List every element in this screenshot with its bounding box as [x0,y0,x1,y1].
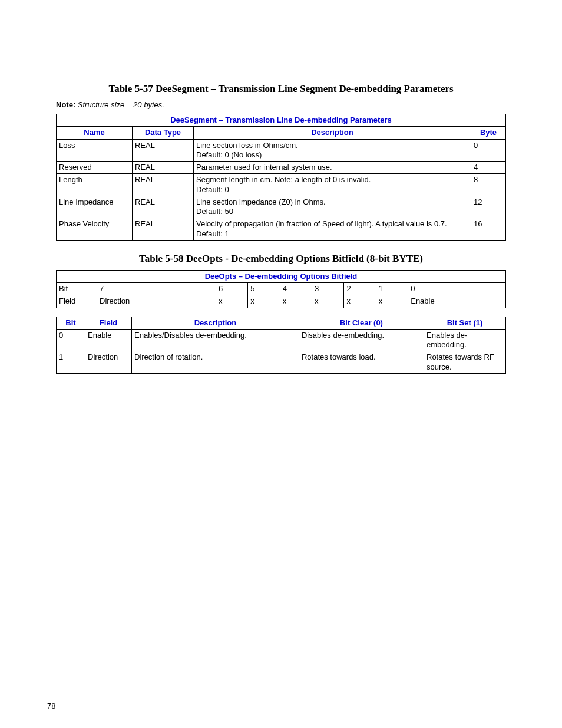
cell: Line Impedance [57,196,133,218]
cell: 4 [471,162,506,174]
table-row: Phase Velocity REAL Velocity of propagat… [57,218,506,241]
note-text: Structure size = 20 bytes. [75,100,164,109]
cell: Enable [408,295,506,308]
page: Table 5-57 DeeSegment – Transmission Lin… [0,0,562,728]
cell: Disables de-embedding. [299,329,424,351]
table-deeopts-bits: DeeOpts – De-embedding Options Bitfield … [56,270,506,308]
cell: 3 [312,283,344,295]
cell: x [216,295,247,308]
cell: Velocity of propagation (in fraction of … [194,218,471,241]
cell: Reserved [57,162,133,174]
cell: REAL [133,139,194,162]
cell: 6 [216,283,247,295]
cell: Segment length in cm. Note: a length of … [194,174,471,196]
table-row: Bit 7 6 5 4 3 2 1 0 [57,283,506,295]
note-label: Note: [56,100,75,109]
page-number: 78 [47,701,55,710]
cell: Line section impedance (Z0) in Ohms. Def… [194,196,471,218]
cell: REAL [133,162,194,174]
col-bitclear: Bit Clear (0) [299,317,424,329]
cell: Line section loss in Ohms/cm. Default: 0… [194,139,471,162]
cell: Loss [57,139,133,162]
cell: 12 [471,196,506,218]
table-caption-1: Table 5-57 DeeSegment – Transmission Lin… [62,83,500,95]
cell: Length [57,174,133,196]
col-description: Description [194,127,471,139]
cell: Rotates towards load. [299,351,424,374]
cell: Enables/Disables de-embedding. [132,329,299,351]
cell: 16 [471,218,506,241]
cell: 0 [408,283,506,295]
table-title: DeeSegment – Transmission Line De-embedd… [57,114,506,127]
col-byte: Byte [471,127,506,139]
cell: Enable [85,329,132,351]
cell: Enables de-embedding. [424,329,506,351]
col-description: Description [132,317,299,329]
cell: 7 [97,283,216,295]
cell: 0 [471,139,506,162]
cell: x [280,295,312,308]
cell: Direction [97,295,216,308]
cell: 2 [344,283,376,295]
cell: 5 [248,283,280,295]
col-datatype: Data Type [133,127,194,139]
note-line: Note: Structure size = 20 bytes. [56,100,506,109]
table-row: Loss REAL Line section loss in Ohms/cm. … [57,139,506,162]
cell: 0 [57,329,85,351]
cell: 4 [280,283,312,295]
cell: 8 [471,174,506,196]
cell: Parameter used for internal system use. [194,162,471,174]
table-row: Line Impedance REAL Line section impedan… [57,196,506,218]
cell: REAL [133,196,194,218]
cell: 1 [376,283,408,295]
table-row: Length REAL Segment length in cm. Note: … [57,174,506,196]
cell: REAL [133,174,194,196]
cell: x [312,295,344,308]
cell: 1 [57,351,85,374]
table-row: Field Direction x x x x x x Enable [57,295,506,308]
table-title: DeeOpts – De-embedding Options Bitfield [57,270,506,282]
col-name: Name [57,127,133,139]
col-bitset: Bit Set (1) [424,317,506,329]
cell: Direction of rotation. [132,351,299,374]
cell: x [248,295,280,308]
cell: x [376,295,408,308]
table-deeopts-desc: Bit Field Description Bit Clear (0) Bit … [56,317,506,374]
table-row: Reserved REAL Parameter used for interna… [57,162,506,174]
table-deesegment: DeeSegment – Transmission Line De-embedd… [56,114,506,241]
cell: x [344,295,376,308]
table-row: 1 Direction Direction of rotation. Rotat… [57,351,506,374]
cell: Direction [85,351,132,374]
cell: REAL [133,218,194,241]
col-field: Field [85,317,132,329]
table-caption-2: Table 5-58 DeeOpts - De-embedding Option… [62,252,500,265]
table-row: 0 Enable Enables/Disables de-embedding. … [57,329,506,351]
cell: Phase Velocity [57,218,133,241]
cell: Rotates towards RF source. [424,351,506,374]
cell: Bit [57,283,97,295]
cell: Field [57,295,97,308]
col-bit: Bit [57,317,85,329]
